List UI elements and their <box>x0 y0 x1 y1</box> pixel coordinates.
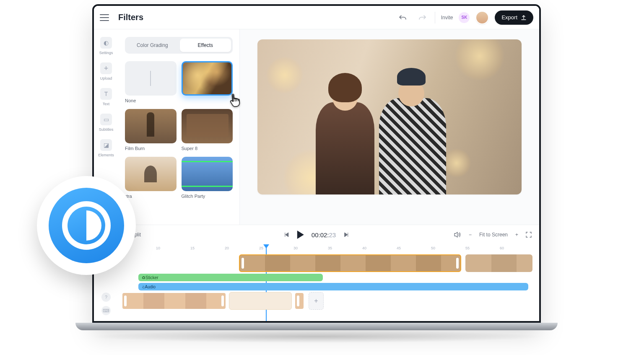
fullscreen-icon <box>526 232 532 238</box>
effect-thumb <box>125 157 177 191</box>
undo-button[interactable] <box>396 11 410 24</box>
effect-none[interactable]: None <box>125 61 177 103</box>
ruler-tick: 25 <box>259 246 263 250</box>
menu-icon[interactable] <box>100 14 109 21</box>
clip-handle-left[interactable] <box>242 258 244 269</box>
timeline-ruler[interactable]: 51015202530354045505560 <box>94 244 539 254</box>
video-preview[interactable] <box>257 39 522 194</box>
effect-thumb <box>182 109 233 143</box>
audio-clip[interactable]: ♫ Audio <box>138 283 528 290</box>
video-clip-main[interactable] <box>239 254 461 272</box>
rail-subtitles[interactable]: ▭ Subtitles <box>99 114 114 132</box>
volume-button[interactable] <box>454 231 461 238</box>
effect-name: rtra <box>125 194 177 199</box>
ruler-tick: 40 <box>362 246 366 250</box>
effect-glitch[interactable]: Glitch Party <box>182 157 233 199</box>
timeline: Media Split 00:02:23 <box>94 225 539 321</box>
rail-settings[interactable]: ◐ Settings <box>99 37 113 55</box>
settings-icon: ◐ <box>100 37 112 49</box>
invite-initials[interactable]: SK <box>459 12 470 23</box>
topbar: Filters Invite SK Export <box>94 6 539 29</box>
placeholder-clip[interactable] <box>229 292 292 310</box>
zoom-out-button[interactable]: − <box>469 232 472 238</box>
ruler-tick: 60 <box>500 246 504 250</box>
preview-area <box>240 29 539 225</box>
effect-lightleak[interactable] <box>182 61 233 103</box>
effect-portra[interactable]: rtra <box>125 157 177 199</box>
video-clip-tail[interactable] <box>465 254 532 272</box>
timecode: 00:02:23 <box>312 231 336 238</box>
ruler-tick: 45 <box>397 246 401 250</box>
thumb-clip-1[interactable] <box>122 292 226 310</box>
text-icon: T <box>100 88 112 100</box>
filters-panel: Color Grading Effects None Film Burn <box>118 29 240 225</box>
tab-color-grading[interactable]: Color Grading <box>127 39 178 52</box>
clip-handle-left[interactable] <box>297 295 299 306</box>
sticker-label: Sticker <box>145 275 158 280</box>
ruler-tick: 10 <box>156 246 160 250</box>
skip-back-button[interactable] <box>284 232 290 238</box>
laptop-base <box>75 323 558 330</box>
skip-forward-button[interactable] <box>343 232 349 238</box>
ruler-tick: 30 <box>293 246 298 250</box>
ruler-tick: 55 <box>465 246 470 250</box>
audio-label: Audio <box>145 285 156 289</box>
rail-upload[interactable]: + Upload <box>100 62 112 80</box>
elements-icon: ◪ <box>100 139 112 151</box>
ruler-tick: 50 <box>431 246 435 250</box>
export-button[interactable]: Export <box>495 10 533 25</box>
ruler-tick: 15 <box>190 246 195 250</box>
effect-name: Glitch Party <box>182 194 233 199</box>
upload-icon <box>521 15 527 21</box>
volume-icon <box>454 231 461 238</box>
clip-handle-right[interactable] <box>456 258 459 269</box>
rail-label: Text <box>103 102 110 106</box>
sticker-clip[interactable]: ♻ Sticker <box>138 274 323 281</box>
effect-super8[interactable]: Super 8 <box>182 109 233 151</box>
filter-badge-icon <box>37 176 136 275</box>
effect-name: Film Burn <box>125 146 177 151</box>
rail-label: Upload <box>100 76 112 80</box>
divider <box>435 12 435 23</box>
effect-filmburn[interactable]: Film Burn <box>125 109 177 151</box>
avatar[interactable] <box>475 11 489 24</box>
invite-label[interactable]: Invite <box>441 15 453 21</box>
clip-handle-right[interactable] <box>221 295 224 306</box>
timeline-bottom-icons: ? ⌨ <box>101 293 111 315</box>
effect-name: None <box>125 98 177 103</box>
skip-forward-icon <box>343 232 349 238</box>
effect-name: Super 8 <box>182 146 233 151</box>
effect-thumb <box>125 109 177 143</box>
keyboard-icon[interactable]: ⌨ <box>101 306 111 315</box>
effect-thumb <box>182 157 233 191</box>
plus-icon: + <box>100 62 112 74</box>
fullscreen-button[interactable] <box>526 232 532 238</box>
video-track[interactable] <box>122 254 539 273</box>
rail-elements[interactable]: ◪ Elements <box>98 139 114 157</box>
help-icon[interactable]: ? <box>101 293 111 302</box>
ruler-tick: 20 <box>225 246 229 250</box>
fit-to-screen-button[interactable]: Fit to Screen <box>479 232 508 238</box>
thumb-clip-2[interactable] <box>294 292 304 310</box>
filter-tabs: Color Grading Effects <box>125 37 233 54</box>
subtitles-icon: ▭ <box>100 114 112 125</box>
audio-track[interactable]: ♫ Audio <box>122 282 539 291</box>
page-title: Filters <box>118 13 143 22</box>
tab-effects[interactable]: Effects <box>180 39 231 52</box>
effect-thumb <box>182 61 233 96</box>
play-button[interactable] <box>297 231 304 239</box>
thumb-track[interactable]: + <box>122 291 539 311</box>
export-label: Export <box>501 14 517 21</box>
effect-thumb <box>125 61 177 96</box>
ruler-tick: 35 <box>328 246 332 250</box>
redo-button[interactable] <box>415 11 429 24</box>
sticker-track[interactable]: ♻ Sticker <box>122 273 539 282</box>
rail-label: Settings <box>99 51 113 55</box>
skip-back-icon <box>284 232 290 238</box>
add-clip-button[interactable]: + <box>309 292 324 310</box>
zoom-in-button[interactable]: + <box>515 232 518 238</box>
rail-label: Elements <box>98 153 114 157</box>
clip-handle-left[interactable] <box>124 295 127 306</box>
rail-label: Subtitles <box>99 127 114 132</box>
rail-text[interactable]: T Text <box>100 88 112 106</box>
